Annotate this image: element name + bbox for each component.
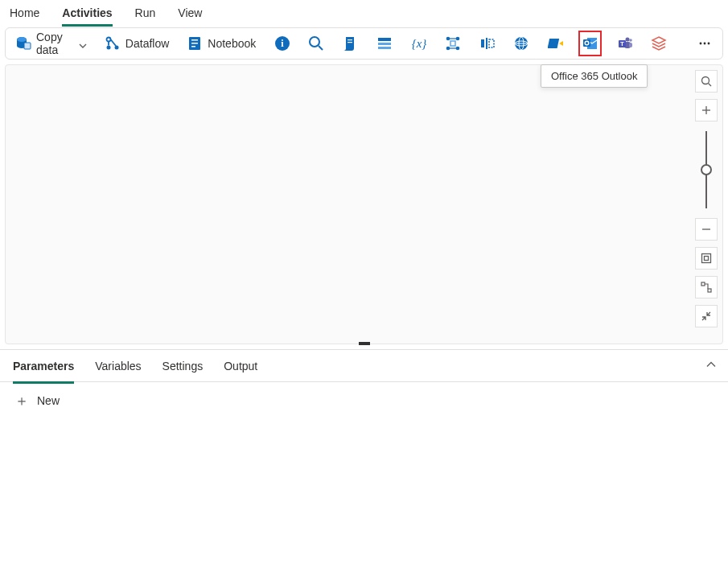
tab-settings[interactable]: Settings (162, 355, 204, 377)
svg-point-23 (456, 37, 460, 41)
zoom-in-button[interactable] (695, 99, 718, 121)
svg-point-24 (446, 47, 450, 51)
svg-rect-10 (191, 43, 198, 44)
svg-point-7 (106, 46, 110, 50)
menu-bar: Home Activities Run View (0, 0, 728, 26)
notebook-icon (187, 35, 203, 51)
zoom-slider-thumb[interactable] (701, 164, 712, 175)
notebook-label: Notebook (208, 37, 256, 50)
svg-point-22 (446, 37, 450, 41)
svg-text:{x}: {x} (411, 37, 426, 50)
tab-parameters[interactable]: Parameters (13, 355, 74, 377)
svg-rect-30 (486, 38, 487, 49)
svg-rect-19 (378, 43, 391, 45)
notebook-button[interactable]: Notebook (183, 32, 259, 55)
tab-output[interactable]: Output (224, 355, 257, 377)
svg-rect-26 (450, 41, 455, 46)
zoom-slider[interactable] (705, 131, 707, 208)
tab-variables[interactable]: Variables (95, 355, 141, 377)
teams-icon[interactable]: T (613, 31, 636, 56)
svg-line-49 (709, 84, 712, 87)
variable-icon[interactable]: {x} (407, 31, 430, 56)
search-icon[interactable] (305, 31, 328, 56)
pipeline-icon[interactable] (442, 31, 465, 56)
svg-rect-55 (701, 282, 705, 286)
svg-rect-42 (629, 43, 632, 47)
script-icon[interactable] (339, 31, 362, 56)
svg-point-5 (106, 38, 110, 42)
plus-icon: ＋ (14, 393, 29, 408)
panel-collapse-button[interactable] (705, 359, 717, 372)
new-label: New (37, 394, 60, 407)
panel-tabs: Parameters Variables Settings Output (0, 350, 728, 382)
svg-rect-56 (708, 289, 711, 292)
svg-point-46 (703, 43, 705, 45)
outlook-tooltip: Office 365 Outlook (541, 64, 648, 88)
invoke-icon[interactable] (476, 31, 500, 56)
svg-rect-9 (191, 39, 198, 41)
svg-rect-37 (583, 39, 590, 47)
webhook-icon[interactable] (545, 31, 568, 56)
svg-rect-29 (481, 39, 484, 47)
auto-layout-button[interactable] (695, 276, 718, 298)
new-parameter-button[interactable]: ＋ New (14, 393, 60, 408)
svg-point-3 (17, 37, 27, 42)
copy-data-icon (15, 35, 31, 51)
menu-run[interactable]: Run (135, 3, 156, 23)
copy-data-button[interactable]: Copy data (12, 27, 90, 60)
svg-point-14 (310, 37, 319, 47)
info-icon[interactable]: i (270, 31, 294, 56)
layers-icon[interactable] (648, 31, 671, 56)
copy-data-label: Copy data (36, 31, 74, 56)
dataflow-label: Dataflow (125, 37, 169, 50)
fit-button[interactable] (695, 247, 718, 270)
menu-view[interactable]: View (178, 3, 202, 23)
svg-point-48 (702, 77, 709, 84)
svg-rect-20 (378, 47, 391, 49)
svg-point-45 (699, 43, 701, 45)
svg-rect-54 (705, 257, 709, 261)
svg-rect-53 (702, 254, 711, 263)
svg-text:T: T (620, 40, 624, 47)
svg-point-47 (707, 43, 709, 45)
list-icon[interactable] (373, 31, 397, 56)
outlook-icon[interactable] (578, 31, 602, 56)
more-button[interactable] (693, 31, 716, 56)
svg-rect-4 (24, 43, 31, 49)
menu-home[interactable]: Home (10, 3, 39, 23)
dataflow-icon (105, 35, 121, 51)
panel-resize-handle[interactable] (359, 342, 370, 345)
svg-rect-17 (348, 42, 352, 43)
canvas-controls (695, 70, 718, 327)
activities-toolbar: Copy data Dataflow Notebook (5, 27, 723, 60)
svg-point-39 (625, 38, 629, 42)
svg-point-25 (456, 47, 460, 51)
web-icon[interactable] (510, 31, 533, 56)
svg-point-40 (629, 39, 632, 42)
zoom-out-button[interactable] (695, 218, 718, 241)
collapse-canvas-button[interactable] (695, 305, 718, 327)
bottom-panel: Parameters Variables Settings Output ＋ N… (0, 349, 728, 419)
svg-rect-16 (348, 39, 352, 40)
canvas-search-button[interactable] (695, 70, 718, 93)
svg-rect-18 (378, 38, 391, 41)
svg-rect-11 (191, 46, 195, 47)
pipeline-canvas[interactable] (5, 64, 723, 344)
menu-activities[interactable]: Activities (62, 3, 112, 23)
dataflow-button[interactable]: Dataflow (101, 32, 172, 55)
svg-line-15 (319, 46, 323, 50)
chevron-down-icon (79, 39, 87, 47)
svg-rect-31 (489, 39, 494, 47)
panel-content: ＋ New (0, 382, 728, 419)
